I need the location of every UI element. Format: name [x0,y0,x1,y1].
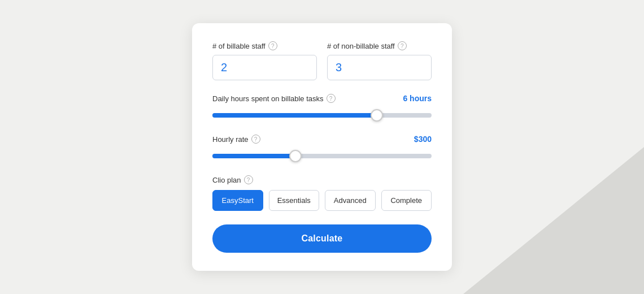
daily-hours-header: Daily hours spent on billable tasks ? 6 … [212,94,432,103]
daily-hours-thumb[interactable] [371,109,383,122]
clio-plan-help-icon[interactable]: ? [244,175,253,184]
clio-plan-label: Clio plan ? [212,175,432,184]
billable-staff-input[interactable] [212,55,317,80]
daily-hours-label-text: Daily hours spent on billable tasks [212,94,324,103]
hourly-rate-header: Hourly rate ? $300 [212,135,432,144]
plan-btn-complete[interactable]: Complete [381,190,432,211]
daily-hours-value: 6 hours [403,94,432,103]
daily-hours-label: Daily hours spent on billable tasks ? [212,94,336,103]
plan-btn-advanced[interactable]: Advanced [325,190,376,211]
daily-hours-help-icon[interactable]: ? [327,94,336,103]
hourly-rate-label-text: Hourly rate [212,135,249,144]
billable-staff-label-text: # of billable staff [212,42,266,50]
plan-buttons-group: EasyStart Essentials Advanced Complete [212,190,432,211]
non-billable-staff-input[interactable] [327,55,432,80]
billable-staff-label: # of billable staff ? [212,41,317,50]
hourly-rate-help-icon[interactable]: ? [251,135,260,144]
staff-inputs-row: # of billable staff ? # of non-billable … [212,41,432,80]
daily-hours-fill [212,113,377,118]
hourly-rate-slider-container[interactable] [212,148,432,164]
plan-btn-easystart[interactable]: EasyStart [212,190,263,211]
clio-plan-section: Clio plan ? EasyStart Essentials Advance… [212,175,432,211]
hourly-rate-section: Hourly rate ? $300 [212,135,432,164]
calculator-card: # of billable staff ? # of non-billable … [192,23,452,271]
non-billable-staff-label: # of non-billable staff ? [327,41,432,50]
hourly-rate-label: Hourly rate ? [212,135,260,144]
billable-staff-field: # of billable staff ? [212,41,317,80]
calculate-button[interactable]: Calculate [212,224,432,253]
hourly-rate-value: $300 [414,135,432,144]
non-billable-staff-field: # of non-billable staff ? [327,41,432,80]
non-billable-staff-label-text: # of non-billable staff [327,42,395,50]
plan-btn-essentials[interactable]: Essentials [269,190,320,211]
hourly-rate-thumb[interactable] [289,150,302,162]
daily-hours-slider-container[interactable] [212,107,432,123]
hourly-rate-fill [212,154,295,158]
non-billable-staff-help-icon[interactable]: ? [398,41,407,50]
clio-plan-label-text: Clio plan [212,176,241,184]
billable-staff-help-icon[interactable]: ? [268,41,277,50]
daily-hours-section: Daily hours spent on billable tasks ? 6 … [212,94,432,123]
